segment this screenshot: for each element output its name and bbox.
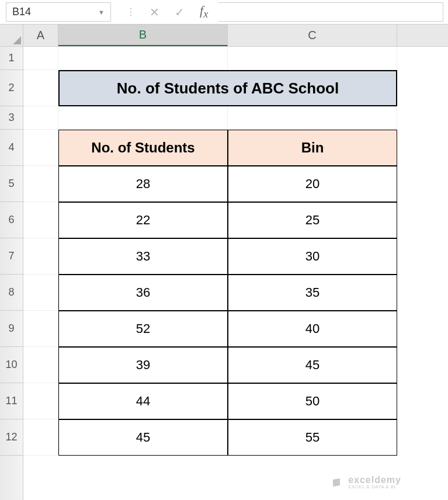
cell-value: 44	[136, 394, 150, 409]
row-header-12[interactable]: 12	[0, 419, 23, 456]
cell-c6[interactable]: 25	[228, 202, 397, 238]
cell-value: 20	[305, 176, 319, 192]
cell-value: 50	[305, 394, 319, 409]
cell-a2[interactable]	[23, 70, 58, 106]
drag-handle-icon[interactable]: ⋮	[126, 8, 134, 17]
grid[interactable]: No. of Students of ABC School No. of Stu…	[23, 47, 448, 500]
cancel-icon[interactable]: ✕	[150, 6, 159, 18]
cell-value: 39	[136, 357, 150, 373]
cell-value: 30	[305, 249, 319, 264]
fx-icon[interactable]: fx	[200, 4, 208, 20]
select-all-cell[interactable]	[0, 25, 23, 47]
cell-c7[interactable]: 30	[228, 238, 397, 275]
cell-b1[interactable]	[58, 47, 228, 70]
cell-value: 52	[136, 321, 150, 336]
cell-a11[interactable]	[23, 383, 58, 419]
cell-c10[interactable]: 45	[228, 347, 397, 383]
row-header-8[interactable]: 8	[0, 275, 23, 311]
row-header-9[interactable]: 9	[0, 311, 23, 347]
enter-icon[interactable]: ✓	[175, 6, 185, 18]
cell-value: 45	[136, 430, 150, 445]
cell-c1[interactable]	[228, 47, 397, 70]
cell-c12[interactable]: 55	[228, 419, 397, 456]
row-header-2[interactable]: 2	[0, 70, 23, 106]
cell-b5[interactable]: 28	[58, 166, 228, 202]
row-header-3[interactable]: 3	[0, 106, 23, 130]
row-header-1[interactable]: 1	[0, 47, 23, 70]
select-all-icon	[13, 36, 21, 44]
cell-a10[interactable]	[23, 347, 58, 383]
cell-a6[interactable]	[23, 202, 58, 238]
cell-c8[interactable]: 35	[228, 275, 397, 311]
watermark-cube-icon	[332, 477, 343, 488]
row-header-10[interactable]: 10	[0, 347, 23, 383]
chevron-down-icon[interactable]: ▼	[98, 9, 105, 16]
cell-a5[interactable]	[23, 166, 58, 202]
name-box[interactable]: B14 ▼	[6, 2, 111, 22]
cell-a1[interactable]	[23, 47, 58, 70]
cell-value: 28	[136, 176, 150, 192]
row-header-7[interactable]: 7	[0, 238, 23, 275]
cell-c9[interactable]: 40	[228, 311, 397, 347]
cell-value: 36	[136, 285, 150, 300]
header-students[interactable]: No. of Students	[58, 130, 228, 166]
cell-value: 33	[136, 249, 150, 264]
cell-value: 35	[305, 285, 319, 300]
formula-bar-icons: ⋮ ✕ ✓ fx	[116, 2, 218, 22]
row-header-11[interactable]: 11	[0, 383, 23, 419]
col-header-a[interactable]: A	[23, 25, 58, 46]
cell-b3[interactable]	[58, 106, 228, 130]
cell-a8[interactable]	[23, 275, 58, 311]
row-header-5[interactable]: 5	[0, 166, 23, 202]
formula-bar: B14 ▼ ⋮ ✕ ✓ fx	[0, 0, 448, 25]
cell-b11[interactable]: 44	[58, 383, 228, 419]
cell-c5[interactable]: 20	[228, 166, 397, 202]
formula-input[interactable]	[218, 2, 443, 22]
cell-b6[interactable]: 22	[58, 202, 228, 238]
cell-a9[interactable]	[23, 311, 58, 347]
cell-value: 55	[305, 430, 319, 445]
cell-b12[interactable]: 45	[58, 419, 228, 456]
cell-b9[interactable]: 52	[58, 311, 228, 347]
header-students-label: No. of Students	[91, 140, 195, 156]
header-bin-label: Bin	[301, 140, 324, 156]
name-box-value: B14	[12, 6, 31, 18]
title-cell[interactable]: No. of Students of ABC School	[58, 70, 397, 106]
row-header-6[interactable]: 6	[0, 202, 23, 238]
cell-b8[interactable]: 36	[58, 275, 228, 311]
cell-c3[interactable]	[228, 106, 397, 130]
row-headers: 1 2 3 4 5 6 7 8 9 10 11 12	[0, 25, 23, 500]
cell-value: 25	[305, 213, 319, 228]
cell-b7[interactable]: 33	[58, 238, 228, 275]
watermark-brand: exceldemy	[348, 475, 401, 485]
col-header-b[interactable]: B	[58, 25, 228, 46]
header-bin[interactable]: Bin	[228, 130, 397, 166]
watermark-tag: EXCEL & DATA & BI	[348, 485, 401, 489]
cell-b10[interactable]: 39	[58, 347, 228, 383]
cell-a4[interactable]	[23, 130, 58, 166]
cell-c11[interactable]: 50	[228, 383, 397, 419]
row-header-4[interactable]: 4	[0, 130, 23, 166]
cell-value: 22	[136, 213, 150, 228]
sheet: 1 2 3 4 5 6 7 8 9 10 11 12 A B C	[0, 25, 448, 500]
cell-a3[interactable]	[23, 106, 58, 130]
watermark: exceldemy EXCEL & DATA & BI	[332, 475, 401, 489]
cell-value: 45	[305, 357, 319, 373]
col-header-c[interactable]: C	[228, 25, 397, 46]
cell-value: 40	[305, 321, 319, 336]
col-headers: A B C	[23, 25, 448, 47]
cell-a7[interactable]	[23, 238, 58, 275]
title-text: No. of Students of ABC School	[117, 79, 339, 98]
cell-a12[interactable]	[23, 419, 58, 456]
